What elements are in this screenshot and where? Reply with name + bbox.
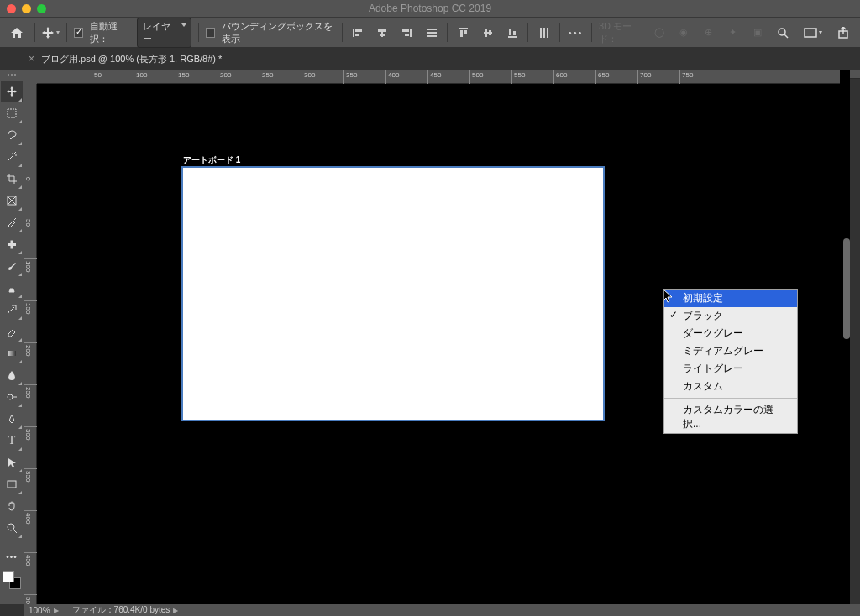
svg-rect-19 <box>509 29 511 35</box>
screen-mode-icon[interactable]: ▾ <box>803 24 823 41</box>
brush-tool[interactable] <box>1 255 23 277</box>
marquee-tool[interactable] <box>1 102 23 124</box>
svg-point-24 <box>779 29 785 35</box>
artboard-label[interactable]: アートボード 1 <box>183 154 240 166</box>
svg-rect-34 <box>8 351 16 356</box>
home-button[interactable] <box>7 23 28 43</box>
healing-tool[interactable] <box>1 233 23 255</box>
lasso-tool[interactable] <box>1 124 23 146</box>
eraser-tool[interactable] <box>1 321 23 342</box>
align-center-h-icon[interactable] <box>374 24 391 41</box>
svg-rect-5 <box>380 34 385 36</box>
svg-rect-7 <box>402 29 409 32</box>
align-left-icon[interactable] <box>349 24 367 41</box>
svg-rect-11 <box>427 35 437 37</box>
eyedropper-tool[interactable] <box>1 211 23 233</box>
menu-item[interactable]: カスタム <box>664 378 797 395</box>
file-info[interactable]: ファイル：760.4K/0 bytes <box>72 604 170 616</box>
vertical-scrollbar[interactable] <box>843 238 850 339</box>
menu-separator <box>664 398 797 399</box>
document-tab-label[interactable]: ブログ用.psd @ 100% (長方形 1, RGB/8#) * <box>41 53 222 65</box>
bounding-box-checkbox[interactable] <box>206 28 215 38</box>
layer-dropdown[interactable]: レイヤー <box>137 18 191 48</box>
svg-rect-22 <box>543 28 545 38</box>
status-bar: 100%▶ ファイル：760.4K/0 bytes▶ <box>24 604 860 616</box>
document-tab-bar: × ブログ用.psd @ 100% (長方形 1, RGB/8#) * <box>0 47 860 70</box>
svg-line-25 <box>784 34 788 38</box>
svg-rect-33 <box>11 241 13 249</box>
magic-wand-tool[interactable] <box>1 146 23 168</box>
history-brush-tool[interactable] <box>1 299 23 321</box>
bounding-box-label: バウンディングボックスを表示 <box>222 20 335 45</box>
gradient-tool[interactable] <box>1 342 23 364</box>
type-tool[interactable]: T <box>1 430 23 452</box>
zoom-level[interactable]: 100% <box>29 606 50 615</box>
menu-item-custom-color[interactable]: カスタムカラーの選択... <box>664 401 797 433</box>
align-right-icon[interactable] <box>398 24 416 41</box>
align-bottom-icon[interactable] <box>503 24 521 41</box>
toolbox: T ••• <box>0 70 24 604</box>
3d-mode-label: 3D モード： <box>599 20 644 45</box>
align-middle-icon[interactable] <box>479 24 496 41</box>
svg-rect-28 <box>8 109 16 117</box>
more-icon[interactable]: ••• <box>567 24 585 41</box>
menu-item[interactable]: ミディアムグレー <box>664 342 797 360</box>
svg-rect-20 <box>513 31 516 35</box>
svg-rect-26 <box>805 29 816 37</box>
menu-item[interactable]: ブラック <box>664 307 797 325</box>
zoom-tool[interactable] <box>1 517 23 539</box>
tab-close-button[interactable]: × <box>29 53 34 65</box>
traffic-lights <box>0 4 46 13</box>
foreground-color-swatch[interactable] <box>3 571 14 582</box>
frame-tool[interactable] <box>1 190 23 211</box>
svg-rect-13 <box>460 30 463 37</box>
share-icon[interactable] <box>833 24 853 41</box>
horizontal-ruler[interactable]: 5010015020025030035040045050055060065070… <box>37 70 840 84</box>
svg-rect-8 <box>405 34 409 36</box>
distribute-icon[interactable] <box>422 24 440 41</box>
auto-select-label: 自動選択： <box>90 20 130 45</box>
vertical-ruler[interactable]: 050100150200250300350400450500550 <box>24 84 37 604</box>
align-top-icon[interactable] <box>454 24 472 41</box>
shape-tool[interactable] <box>1 473 23 495</box>
clone-stamp-tool[interactable] <box>1 277 23 299</box>
svg-rect-0 <box>353 29 354 37</box>
color-swatches[interactable] <box>3 571 21 589</box>
3d-slide-icon: ✦ <box>724 24 742 41</box>
svg-line-39 <box>13 530 17 533</box>
move-tool-icon[interactable]: ▾ <box>41 24 60 41</box>
svg-rect-4 <box>378 29 386 32</box>
separator <box>527 23 528 42</box>
separator <box>559 23 560 42</box>
auto-select-checkbox[interactable] <box>74 28 83 38</box>
close-window-button[interactable] <box>7 4 16 13</box>
separator <box>447 23 448 42</box>
pen-tool[interactable] <box>1 408 23 430</box>
minimize-window-button[interactable] <box>22 4 31 13</box>
path-selection-tool[interactable] <box>1 452 23 473</box>
search-icon[interactable] <box>773 24 793 41</box>
svg-point-38 <box>8 524 14 530</box>
3d-roll-icon: ◉ <box>675 24 693 41</box>
ruler-origin[interactable] <box>24 70 37 84</box>
edit-toolbar-button[interactable]: ••• <box>1 546 23 567</box>
toolbox-grip[interactable] <box>3 74 20 79</box>
move-tool[interactable] <box>1 81 23 102</box>
crop-tool[interactable] <box>1 168 23 190</box>
maximize-window-button[interactable] <box>37 4 46 13</box>
dodge-tool[interactable] <box>1 386 23 408</box>
blur-tool[interactable] <box>1 364 23 386</box>
hand-tool[interactable] <box>1 495 23 517</box>
menu-item[interactable]: ライトグレー <box>664 360 797 378</box>
right-panel-strip[interactable] <box>850 70 860 604</box>
3d-zoom-icon: ▣ <box>748 24 766 41</box>
menu-item[interactable]: ダークグレー <box>664 325 797 342</box>
artboard[interactable] <box>183 168 603 420</box>
svg-rect-12 <box>459 28 468 29</box>
distribute-v-icon[interactable] <box>535 24 553 41</box>
svg-rect-23 <box>547 28 548 38</box>
svg-rect-18 <box>508 36 517 38</box>
svg-point-35 <box>8 394 13 399</box>
menu-item[interactable]: 初期設定 <box>664 290 797 307</box>
svg-rect-17 <box>489 30 491 35</box>
